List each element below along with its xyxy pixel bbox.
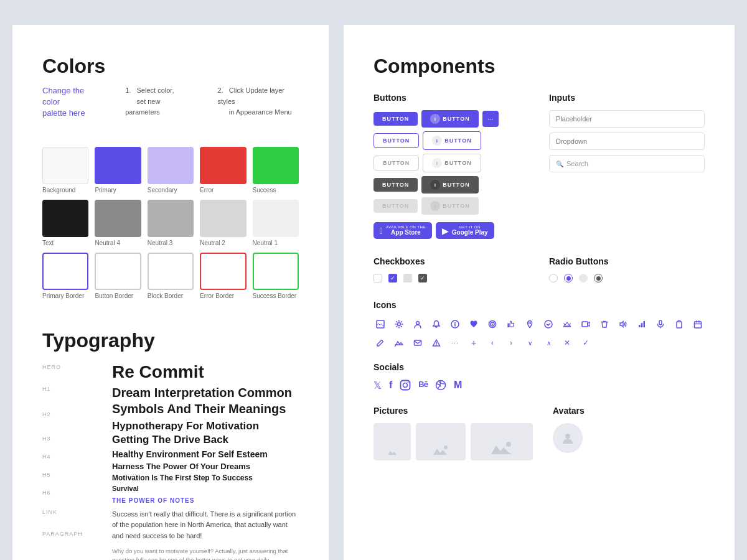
appstore-button[interactable]:  AVAILABLE ON THE App Store <box>374 222 432 239</box>
svg-rect-15 <box>695 322 702 328</box>
radio-header: Radio Buttons <box>549 256 705 266</box>
svg-point-7 <box>529 322 531 324</box>
checkbox-unchecked[interactable] <box>374 274 382 282</box>
svg-rect-17 <box>401 381 410 390</box>
social-icons-row: 𝕏 f Bē M <box>374 380 705 393</box>
type-h2-text: Hypnotherapy For Motivation Getting The … <box>112 419 299 447</box>
label-link: LINK <box>42 510 92 515</box>
btn-row-3: BUTTON i BUTTON <box>374 154 529 172</box>
button-outline-icon[interactable]: i BUTTON <box>423 131 481 150</box>
radio-dark[interactable] <box>594 274 603 282</box>
swatch-secondary: Secondary <box>148 147 194 194</box>
medium-icon[interactable]: M <box>454 380 462 393</box>
left-panel: Colors Change the color palette here 1. … <box>12 25 329 560</box>
icon-dots: ··· <box>448 336 462 350</box>
button-dark-icon[interactable]: i BUTTON <box>421 176 478 194</box>
swatch-block-border: Block Border <box>148 253 194 299</box>
socials-section: Socials 𝕏 f Bē M <box>374 362 705 393</box>
btn-icon-3: i <box>432 158 442 168</box>
checkbox-neutral[interactable] <box>403 274 412 282</box>
color-box-neutral2 <box>200 200 246 237</box>
instagram-icon[interactable] <box>400 380 411 393</box>
button-primary-solid[interactable]: BUTTON <box>374 112 418 126</box>
button-dots[interactable]: ··· <box>482 111 499 127</box>
pictures-avatars-row: Pictures Avatars <box>374 406 705 460</box>
label-hero: HERO <box>42 365 92 370</box>
label-h1: H1 <box>42 386 92 392</box>
label-h5: H5 <box>42 472 92 478</box>
icon-heart <box>467 317 481 331</box>
radio-unchecked[interactable] <box>549 274 558 282</box>
label-h4: H4 <box>42 454 92 460</box>
checkbox-dark[interactable]: ✓ <box>418 274 427 282</box>
step2: 2. Click Update layer styles in Appearan… <box>217 85 299 134</box>
dribbble-icon[interactable] <box>435 380 446 393</box>
radio-col: Radio Buttons <box>549 256 705 282</box>
icon-plus: + <box>467 336 481 350</box>
checkbox-row: ✓ ✓ <box>374 274 529 282</box>
swatch-error-border: Error Border <box>200 253 246 299</box>
color-box-error <box>200 147 246 184</box>
icon-gear <box>392 317 406 331</box>
icon-close: ✕ <box>560 336 574 350</box>
icon-chevron-left: ‹ <box>486 336 499 350</box>
behance-icon[interactable]: Bē <box>418 380 428 393</box>
label-h2: H2 <box>42 412 92 418</box>
type-paragraph-text: Success isn't really that difficult. The… <box>112 509 299 542</box>
button-primary-icon[interactable]: i BUTTON <box>421 110 478 128</box>
swatch-primary: Primary <box>95 147 141 194</box>
pictures-col: Pictures <box>374 406 533 460</box>
button-neutral[interactable]: BUTTON <box>374 156 419 170</box>
components-title: Components <box>374 55 705 78</box>
color-box-success <box>253 147 299 184</box>
radio-checked[interactable] <box>564 274 573 282</box>
btn-grid: BUTTON i BUTTON ··· BUTTON i BUTTON BUTT… <box>374 110 529 239</box>
icon-crown <box>560 317 574 331</box>
radio-neutral[interactable] <box>579 274 588 282</box>
radio-dot-dark <box>596 276 601 281</box>
label-paragraph: PARAGRAPH <box>42 531 92 537</box>
step1: 1. Select color, set new parameters <box>125 85 192 134</box>
svg-point-18 <box>403 383 408 388</box>
icon-calendar <box>691 317 705 331</box>
color-box-primary <box>95 147 141 184</box>
swatch-neutral1: Neutral 1 <box>253 200 299 246</box>
avatar-item <box>553 423 583 453</box>
icon-mic <box>654 317 667 331</box>
icon-video <box>579 317 593 331</box>
svg-point-6 <box>492 324 493 325</box>
dropdown-input[interactable] <box>549 133 705 150</box>
radio-dot <box>566 276 571 281</box>
type-labels: HERO H1 H2 H3 H4 H5 H6 LINK PARAGRAPH SM… <box>42 362 92 560</box>
color-palette-link[interactable]: Change the color palette here <box>42 85 100 119</box>
button-neutral-icon[interactable]: i BUTTON <box>423 154 481 172</box>
button-dark[interactable]: BUTTON <box>374 178 418 192</box>
googleplay-button[interactable]: ▶ GET IT ON Google Play <box>436 222 494 239</box>
radio-row <box>549 274 705 282</box>
type-h4-text: Harness The Power Of Your Dreams <box>112 462 299 471</box>
facebook-icon[interactable]: f <box>389 380 392 393</box>
svg-point-2 <box>416 322 420 325</box>
icon-checkmark: ✓ <box>579 336 593 350</box>
svg-rect-12 <box>644 321 646 327</box>
pic-small <box>374 423 411 460</box>
swatch-neutral4: Neutral 4 <box>95 200 141 246</box>
type-link-text[interactable]: THE POWER OF NOTES <box>112 497 299 504</box>
buttons-col: Buttons BUTTON i BUTTON ··· BUTTON i BUT… <box>374 93 529 239</box>
type-hero-text: Re Commit <box>112 362 299 382</box>
button-outline[interactable]: BUTTON <box>374 133 419 148</box>
icon-thumbsup <box>504 317 518 331</box>
checkbox-checked[interactable]: ✓ <box>388 274 397 282</box>
svg-rect-10 <box>639 325 641 327</box>
icon-chart <box>635 317 649 331</box>
twitter-icon[interactable]: 𝕏 <box>374 380 382 393</box>
button-disabled-icon: i BUTTON <box>421 197 478 215</box>
icon-info <box>448 317 462 331</box>
placeholder-input[interactable] <box>549 110 705 128</box>
svg-rect-13 <box>659 320 662 325</box>
pic-large <box>471 423 533 460</box>
icon-mail <box>411 336 425 350</box>
type-small-para-text: Why do you want to motivate yourself? Ac… <box>112 547 299 560</box>
svg-point-8 <box>545 320 552 328</box>
icons-section: Icons <box>374 300 705 350</box>
